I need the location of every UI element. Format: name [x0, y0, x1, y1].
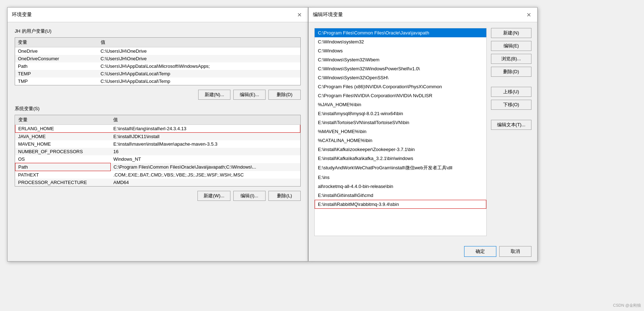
user-var-row[interactable]: PathC:\Users\JH\AppData\Local\Microsoft\…	[15, 62, 300, 70]
path-list-item[interactable]: C:\Windows\System32\Wbem	[315, 55, 486, 64]
path-list-item[interactable]: all\rocketmq-all-4.4.0-bin-release\bin	[315, 182, 486, 191]
user-var-row[interactable]: OneDriveC:\Users\JH\OneDrive	[15, 47, 300, 55]
edit-env-dialog: 编辑环境变量 ✕ C:\Program Files\Common Files\O…	[308, 7, 538, 261]
path-browse-btn[interactable]: 浏览(B)...	[491, 54, 531, 64]
user-var-val: C:\Users\JH\OneDrive	[98, 47, 300, 55]
path-list-item[interactable]: E:\studyAndWork\WeChatProGram\install\微信…	[315, 163, 486, 173]
user-var-name: Path	[15, 62, 98, 70]
path-list-item[interactable]: C:\Windows	[315, 46, 486, 55]
user-var-val: C:\Users\JH\AppData\Local\Microsoft\Wind…	[98, 62, 300, 70]
user-col-val: 值	[98, 38, 300, 47]
path-list-item[interactable]: E:\install\Kafka\kafka\kafka_3.2.1\bin\w…	[315, 154, 486, 163]
sys-var-val: Windows_NT	[110, 155, 300, 163]
path-list-item[interactable]: C:\Windows\System32\OpenSSH\	[315, 73, 486, 82]
sys-var-name: Path	[15, 163, 111, 171]
right-buttons-panel: 新建(N) 编辑(E) 浏览(B)... 删除(D) 上移(U) 下移(O) 编…	[491, 28, 531, 236]
sys-var-row[interactable]: JAVA_HOMEE:\install\JDK11\install	[15, 133, 300, 141]
sys-var-row[interactable]: PATHEXT.COM;.EXE;.BAT;.CMD;.VBS;.VBE;.JS…	[15, 171, 300, 179]
sys-var-row[interactable]: NUMBER_OF_PROCESSORS16	[15, 148, 300, 155]
sys-var-name: ERLANG_HOME	[15, 125, 111, 133]
user-var-val: C:\Users\JH\AppData\Local\Temp	[98, 77, 300, 85]
user-delete-btn[interactable]: 删除(D)	[268, 90, 301, 100]
user-var-row[interactable]: TMPC:\Users\JH\AppData\Local\Temp	[15, 77, 300, 85]
sys-vars-table: 变量 值 ERLANG_HOMEE:\install\Erlang\instal…	[15, 115, 300, 186]
left-content: JH 的用户变量(U) 变量 值 OneDriveC:\Users\JH\One…	[8, 22, 308, 212]
path-list-item[interactable]: C:\Program Files\Common Files\Oracle\Jav…	[315, 28, 486, 37]
left-title-bar: 环境变量 ✕	[8, 8, 308, 22]
right-dialog-title: 编辑环境变量	[313, 11, 343, 18]
path-edit-text-btn[interactable]: 编辑文本(T)...	[491, 120, 531, 130]
sys-var-name: OS	[15, 155, 111, 163]
sys-new-btn[interactable]: 新建(W)...	[197, 191, 230, 201]
sys-var-val: E:\install\JDK11\install	[110, 133, 300, 141]
sys-section-title: 系统变量(S)	[15, 105, 301, 112]
user-vars-table: 变量 值 OneDriveC:\Users\JH\OneDriveOneDriv…	[15, 38, 300, 85]
user-var-name: TMP	[15, 77, 98, 85]
path-new-btn[interactable]: 新建(N)	[491, 28, 531, 38]
sys-var-val: C:\Program Files\Common Files\Oracle\Jav…	[110, 163, 300, 171]
right-title-bar: 编辑环境变量 ✕	[309, 8, 537, 22]
path-down-btn[interactable]: 下移(O)	[491, 100, 531, 110]
path-list-item[interactable]: %CATALINA_HOME%\bin	[315, 136, 486, 145]
path-list-item[interactable]: E:\install\RabbitMQ\rabbitmq-3.9.4\sbin	[315, 200, 486, 209]
sys-var-name: MAVEN_HOME	[15, 140, 111, 148]
user-col-var: 变量	[15, 38, 98, 47]
sys-var-name: PATHEXT	[15, 171, 111, 179]
path-edit-btn[interactable]: 编辑(E)	[491, 41, 531, 51]
user-var-row[interactable]: OneDriveConsumerC:\Users\JH\OneDrive	[15, 55, 300, 62]
path-list-item[interactable]: C:\Windows\system32	[315, 37, 486, 46]
user-var-name: OneDrive	[15, 47, 98, 55]
user-vars-table-container: 变量 值 OneDriveC:\Users\JH\OneDriveOneDriv…	[15, 37, 301, 85]
right-close-button[interactable]: ✕	[524, 10, 533, 19]
sys-var-row[interactable]: MAVEN_HOMEE:\install\maven\installMaven\…	[15, 140, 300, 148]
sys-var-val: 16	[110, 148, 300, 155]
confirm-btn[interactable]: 确定	[464, 246, 496, 257]
path-list-item[interactable]: C:\Program Files (x86)\NVIDIA Corporatio…	[315, 82, 486, 91]
path-list-item[interactable]: E:\install\TortoiseSVN\installTortoiseSV…	[315, 118, 486, 127]
sys-col-val: 值	[110, 115, 300, 125]
path-list-item[interactable]: %MAVEN_HOME%\bin	[315, 127, 486, 136]
sys-btn-row: 新建(W)... 编辑(I)... 删除(L)	[15, 191, 301, 201]
path-delete-btn[interactable]: 删除(D)	[491, 67, 531, 77]
left-dialog-title: 环境变量	[12, 11, 32, 18]
sys-var-val: .COM;.EXE;.BAT;.CMD;.VBS;.VBE;.JS;.JSE;.…	[110, 171, 300, 179]
sys-var-row[interactable]: OSWindows_NT	[15, 155, 300, 163]
sys-var-val: E:\install\maven\installMaven\apache-mav…	[110, 140, 300, 148]
path-list-item[interactable]: %JAVA_HOME%\bin	[315, 100, 486, 109]
sys-var-name: NUMBER_OF_PROCESSORS	[15, 148, 111, 155]
path-list-item[interactable]: C:\Windows\System32\WindowsPowerShell\v1…	[315, 64, 486, 73]
sys-delete-btn[interactable]: 删除(L)	[268, 191, 301, 201]
user-section-title: JH 的用户变量(U)	[15, 28, 301, 34]
user-var-row[interactable]: TEMPC:\Users\JH\AppData\Local\Temp	[15, 70, 300, 77]
sys-var-row[interactable]: PathC:\Program Files\Common Files\Oracle…	[15, 163, 300, 171]
sys-var-val: AMD64	[110, 179, 300, 186]
sys-var-name: PROCESSOR_ARCHITECTURE	[15, 179, 111, 186]
env-vars-dialog: 环境变量 ✕ JH 的用户变量(U) 变量 值 OneDriveC:\Users…	[7, 7, 308, 261]
user-var-val: C:\Users\JH\AppData\Local\Temp	[98, 70, 300, 77]
watermark: CSDN @金刚狼	[613, 303, 641, 308]
path-list-item[interactable]: E:\install\Git\install\Git\cmd	[315, 191, 486, 200]
user-new-btn[interactable]: 新建(N)...	[198, 90, 230, 100]
sys-var-name: JAVA_HOME	[15, 133, 111, 141]
sys-var-row[interactable]: ERLANG_HOMEE:\install\Erlang\install\erl…	[15, 125, 300, 133]
user-btn-row: 新建(N)... 编辑(E)... 删除(D)	[15, 90, 301, 100]
path-list-item[interactable]: E:\ins	[315, 173, 486, 182]
right-content: C:\Program Files\Common Files\Oracle\Jav…	[309, 22, 537, 242]
path-list-item[interactable]: C:\Program Files\NVIDIA Corporation\NVID…	[315, 91, 486, 100]
path-list[interactable]: C:\Program Files\Common Files\Oracle\Jav…	[314, 28, 487, 236]
user-var-name: OneDriveConsumer	[15, 55, 98, 62]
sys-var-row[interactable]: PROCESSOR_ARCHITECTUREAMD64	[15, 179, 300, 186]
path-list-item[interactable]: E:\install\mysql8\mysql-8.0.21-winx64\bi…	[315, 109, 486, 118]
sys-vars-table-container: 变量 值 ERLANG_HOMEE:\install\Erlang\instal…	[15, 115, 301, 187]
sys-col-var: 变量	[15, 115, 111, 125]
left-close-button[interactable]: ✕	[295, 10, 304, 19]
path-list-item[interactable]: E:\install\Kafka\zookeeper\Zookeeper-3.7…	[315, 145, 486, 154]
path-up-btn[interactable]: 上移(U)	[491, 87, 531, 97]
sys-edit-btn[interactable]: 编辑(I)...	[233, 191, 266, 201]
sys-var-val: E:\install\Erlang\install\erl-24.3.4.13	[110, 125, 300, 133]
bottom-btn-row: 确定 取消	[309, 242, 537, 261]
user-var-name: TEMP	[15, 70, 98, 77]
user-var-val: C:\Users\JH\OneDrive	[98, 55, 300, 62]
user-edit-btn[interactable]: 编辑(E)...	[233, 90, 266, 100]
cancel-btn[interactable]: 取消	[499, 246, 531, 257]
